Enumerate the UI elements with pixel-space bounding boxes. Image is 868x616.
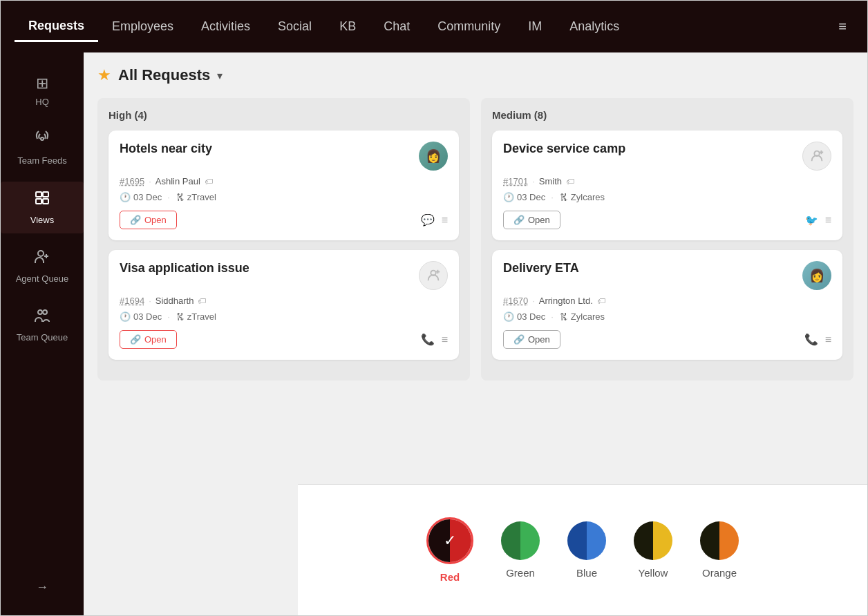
content-header: ★ All Requests ▾ <box>97 66 853 84</box>
card-footer: 🔗 Open 📞 ≡ <box>120 330 448 349</box>
company-name: zTravel <box>187 192 216 202</box>
card-info: 🕐 03 Dec · ⛕ zTravel <box>120 192 448 202</box>
sidebar-item-agent-queue[interactable]: Agent Queue <box>1 240 84 293</box>
link-icon: 🔗 <box>513 215 525 225</box>
card-info: 🕐 03 Dec · ⛕ Zylcares <box>503 192 831 202</box>
color-label-green: Green <box>506 567 535 579</box>
date-text: 03 Dec <box>517 311 545 322</box>
card-visa-application: Visa application issue <box>108 250 459 360</box>
color-option-yellow[interactable]: Yellow <box>634 521 672 579</box>
clock-icon: 🕐 <box>503 192 514 202</box>
nav-employees[interactable]: Employees <box>98 12 187 41</box>
color-option-green[interactable]: Green <box>501 521 540 579</box>
nav-analytics[interactable]: Analytics <box>556 12 633 41</box>
link-icon: 🔗 <box>130 215 141 225</box>
svg-point-5 <box>38 251 44 256</box>
nav-community[interactable]: Community <box>424 12 514 41</box>
avatar <box>802 142 831 171</box>
color-circle-green <box>501 521 540 560</box>
expand-icon: → <box>36 580 48 595</box>
menu-icon[interactable]: ≡ <box>442 214 448 227</box>
menu-icon[interactable]: ≡ <box>442 334 448 346</box>
sidebar-item-hq[interactable]: ⊞ HQ <box>1 66 84 115</box>
svg-rect-4 <box>43 199 48 204</box>
date-text: 03 Dec <box>517 192 545 202</box>
sidebar-item-views[interactable]: Views <box>1 182 84 233</box>
svg-point-8 <box>38 310 42 314</box>
app-wrapper: Requests Employees Activities Social KB … <box>0 0 868 616</box>
color-half-dark-orange <box>700 521 719 560</box>
card-title: Hotels near city <box>120 142 212 156</box>
phone-icon[interactable]: 📞 <box>421 333 435 346</box>
org-icon: ⛕ <box>176 192 185 202</box>
color-option-orange[interactable]: Orange <box>700 521 739 579</box>
open-button[interactable]: 🔗 Open <box>503 211 560 229</box>
kanban-columns: High (4) Hotels near city 👩 #1695 · Ashl… <box>97 98 853 381</box>
company-info: ⛕ Zylcares <box>559 311 605 322</box>
ticket-id: #1701 <box>503 176 528 186</box>
dropdown-arrow-icon[interactable]: ▾ <box>217 69 223 82</box>
date-text: 03 Dec <box>133 192 162 202</box>
color-picker-overlay: ✓ Red Green Blue <box>298 484 867 615</box>
favorite-star-icon[interactable]: ★ <box>97 66 111 84</box>
sidebar-label-agent-queue: Agent Queue <box>16 273 69 285</box>
nav-more-icon[interactable]: ≡ <box>831 12 853 41</box>
card-device-service: Device service camp <box>492 131 842 240</box>
color-half-dark-green <box>501 521 520 560</box>
twitter-icon[interactable]: 🐦 <box>805 214 818 227</box>
color-option-red[interactable]: ✓ Red <box>426 517 473 583</box>
card-meta: #1670 · Arrington Ltd. 🏷 <box>503 296 831 306</box>
color-circle-blue <box>567 521 606 560</box>
sidebar-label-views: Views <box>30 215 54 225</box>
color-label-red: Red <box>440 571 460 583</box>
company-name: zTravel <box>187 311 216 322</box>
color-circle-orange <box>700 521 739 560</box>
ticket-id: #1695 <box>120 176 144 186</box>
open-button[interactable]: 🔗 Open <box>503 330 560 349</box>
hq-icon: ⊞ <box>36 75 48 93</box>
color-label-blue: Blue <box>576 567 597 579</box>
nav-requests[interactable]: Requests <box>15 12 98 42</box>
sidebar-item-team-feeds[interactable]: Team Feeds <box>1 122 84 175</box>
nav-activities[interactable]: Activities <box>187 12 264 41</box>
color-half-dark-blue <box>567 521 587 560</box>
nav-chat[interactable]: Chat <box>370 12 424 41</box>
company-name: Zylcares <box>571 311 605 322</box>
card-footer: 🔗 Open 🐦 ≡ <box>503 211 831 229</box>
color-circle-yellow <box>634 521 672 560</box>
tag-icon: 🏷 <box>205 177 213 186</box>
assignee-name: Arrington Ltd. <box>539 296 593 306</box>
medium-priority-column: Medium (8) Device service camp <box>481 98 853 381</box>
open-button[interactable]: 🔗 Open <box>120 211 177 229</box>
sidebar-item-team-queue[interactable]: Team Queue <box>1 299 84 352</box>
color-half-orange <box>719 521 739 560</box>
svg-point-0 <box>41 137 44 140</box>
company-info: ⛕ zTravel <box>176 311 216 322</box>
color-label-orange: Orange <box>702 567 737 579</box>
open-label: Open <box>528 334 550 345</box>
card-title: Device service camp <box>503 142 625 156</box>
nav-im[interactable]: IM <box>514 12 556 41</box>
clock-icon: 🕐 <box>120 311 131 322</box>
link-icon: 🔗 <box>513 334 525 345</box>
menu-icon[interactable]: ≡ <box>825 334 831 346</box>
high-priority-column: High (4) Hotels near city 👩 #1695 · Ashl… <box>97 98 470 381</box>
nav-kb[interactable]: KB <box>326 12 370 41</box>
svg-rect-2 <box>43 192 48 197</box>
card-meta: #1701 · Smith 🏷 <box>503 176 831 186</box>
nav-social[interactable]: Social <box>264 12 326 41</box>
card-header: Delivery ETA 👩 <box>503 261 831 290</box>
menu-icon[interactable]: ≡ <box>825 214 831 227</box>
color-option-blue[interactable]: Blue <box>567 521 606 579</box>
phone-icon[interactable]: 📞 <box>804 333 818 346</box>
link-icon: 🔗 <box>130 334 141 345</box>
org-icon: ⛕ <box>176 311 185 322</box>
open-button[interactable]: 🔗 Open <box>120 330 177 349</box>
clock-icon: 🕐 <box>503 311 514 322</box>
sidebar-expand-button[interactable]: → <box>1 572 84 603</box>
chat-icon[interactable]: 💬 <box>421 213 435 227</box>
color-half-dark-yellow <box>634 521 653 560</box>
date-info: 🕐 03 Dec <box>503 192 545 202</box>
card-delivery-eta: Delivery ETA 👩 #1670 · Arrington Ltd. 🏷 … <box>492 250 842 360</box>
tag-icon: 🏷 <box>566 177 574 186</box>
